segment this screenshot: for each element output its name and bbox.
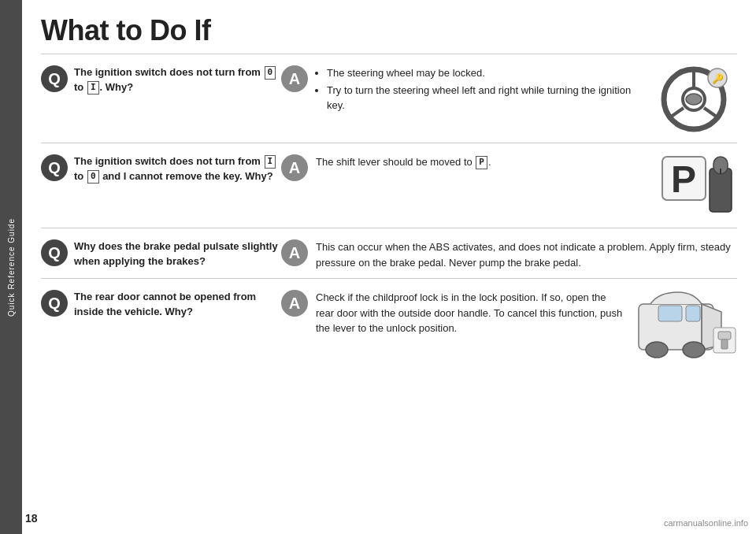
q2-to-box: 0 — [87, 170, 99, 183]
p-gear-svg: P — [658, 153, 737, 220]
svg-point-17 — [646, 342, 668, 358]
a3-icon: A — [281, 239, 308, 266]
a1-text: The steering wheel may be locked. Try to… — [316, 64, 643, 115]
q1-icon: Q — [41, 65, 68, 92]
q1-text: The ignition switch does not turn from 0… — [74, 64, 281, 95]
svg-rect-15 — [658, 306, 682, 321]
q4-answer-part: A Check if the childproof lock is in the… — [281, 288, 737, 359]
q2-from-box: I — [265, 155, 276, 168]
svg-rect-21 — [721, 339, 728, 349]
q4-question-part: Q The rear door cannot be opened from in… — [41, 288, 281, 320]
svg-text:🔑: 🔑 — [712, 72, 724, 84]
q1-from-box: 0 — [265, 66, 276, 79]
a4-icon: A — [281, 290, 308, 317]
qa-row-1: Q The ignition switch does not turn from… — [41, 54, 737, 143]
q2-text: The ignition switch does not turn from I… — [74, 153, 281, 184]
q4-image — [635, 288, 737, 359]
a1-icon: A — [281, 65, 308, 92]
qa-row-2: Q The ignition switch does not turn from… — [41, 143, 737, 228]
svg-text:P: P — [671, 158, 696, 200]
q1-answer-part: A The steering wheel may be locked. Try … — [281, 64, 737, 135]
svg-rect-16 — [686, 306, 700, 321]
qa-row-3: Q Why does the brake pedal pulsate sligh… — [41, 228, 737, 279]
svg-rect-10 — [710, 169, 732, 212]
q1-question-part: Q The ignition switch does not turn from… — [41, 64, 281, 95]
q3-question-part: Q Why does the brake pedal pulsate sligh… — [41, 238, 281, 269]
q3-answer-part: A This can occur when the ABS activates,… — [281, 238, 737, 270]
q2-question-part: Q The ignition switch does not turn from… — [41, 153, 281, 184]
steering-wheel-svg: 🔑 — [650, 64, 737, 135]
main-content: What to Do If Q The ignition switch does… — [22, 0, 756, 534]
q3-text: Why does the brake pedal pulsate slightl… — [74, 238, 281, 269]
page-number: 18 — [25, 512, 38, 525]
q1-to-box: I — [87, 81, 99, 94]
q4-icon: Q — [41, 290, 68, 317]
svg-rect-20 — [718, 332, 731, 339]
q2-image: P — [658, 153, 737, 220]
svg-point-5 — [686, 94, 702, 105]
sidebar-label: Quick Reference Guide — [7, 218, 16, 317]
a4-text: Check if the childproof lock is in the l… — [316, 288, 627, 336]
svg-point-18 — [683, 342, 705, 358]
a2-icon: A — [281, 154, 308, 181]
q4-text: The rear door cannot be opened from insi… — [74, 288, 281, 320]
a2-text: The shift lever should be moved to P. — [316, 153, 650, 170]
a3-text: This can occur when the ABS activates, a… — [316, 238, 737, 270]
a2-p-box: P — [476, 156, 487, 169]
sidebar: Quick Reference Guide — [0, 0, 22, 534]
watermark: carmanualsonline.info — [664, 518, 748, 528]
rear-door-svg — [635, 288, 737, 359]
page-title: What to Do If — [41, 14, 737, 47]
qa-section: Q The ignition switch does not turn from… — [41, 54, 737, 367]
q2-icon: Q — [41, 154, 68, 181]
q2-answer-part: A The shift lever should be moved to P. … — [281, 153, 737, 220]
qa-row-4: Q The rear door cannot be opened from in… — [41, 279, 737, 367]
q1-image: 🔑 — [650, 64, 737, 135]
q3-icon: Q — [41, 239, 68, 266]
